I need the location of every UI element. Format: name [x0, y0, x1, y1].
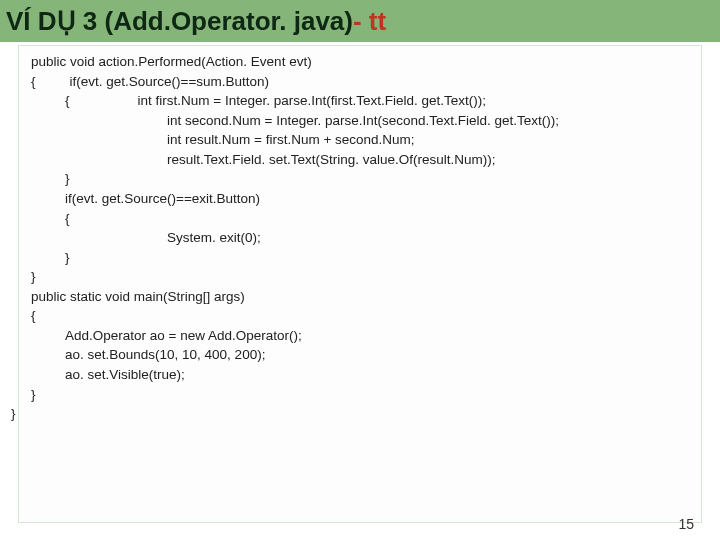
code-line: int second.Num = Integer. parse.Int(seco… [31, 111, 559, 131]
code-line: ao. set.Visible(true); [31, 365, 185, 385]
code-line: Add.Operator ao = new Add.Operator(); [31, 326, 302, 346]
code-line: System. exit(0); [31, 228, 261, 248]
code-line: { [31, 308, 36, 323]
code-block: public void action.Performed(Action. Eve… [18, 45, 702, 523]
page-number: 15 [678, 516, 694, 532]
code-line: } [31, 248, 70, 268]
slide-title-part1: VÍ DỤ 3 (Add.Operator. java) [6, 6, 353, 37]
code-line: } [31, 387, 36, 402]
code-line: { [31, 209, 70, 229]
code-line: int first.Num = Integer. parse.Int(first… [70, 91, 487, 111]
code-line: if(evt. get.Source()==exit.Button) [31, 189, 260, 209]
code-line: public void action.Performed(Action. Eve… [31, 54, 312, 69]
code-line: } [31, 169, 70, 189]
slide-header: VÍ DỤ 3 (Add.Operator. java) - tt [0, 0, 720, 42]
code-line: result.Text.Field. set.Text(String. valu… [31, 150, 496, 170]
code-line: ao. set.Bounds(10, 10, 400, 200); [31, 345, 265, 365]
code-line: public static void main(String[] args) [31, 289, 245, 304]
slide-title-part2: - tt [353, 6, 386, 37]
code-line: int result.Num = first.Num + second.Num; [31, 130, 415, 150]
code-line: } [31, 269, 36, 284]
code-line: } [11, 406, 16, 421]
code-line: { [31, 91, 70, 111]
code-line: if(evt. get.Source()==sum.Button) [36, 72, 270, 92]
